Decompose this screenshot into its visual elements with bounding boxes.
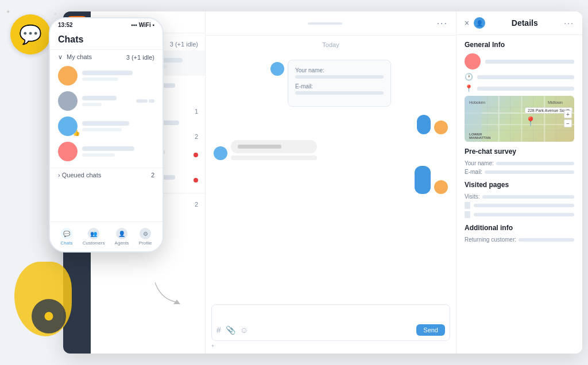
general-info-time-row: 🕐: [465, 73, 574, 81]
phone-preview-line-4: [82, 153, 115, 157]
phone-queued-header: › Queued chats 2: [58, 172, 154, 178]
vinyl-center: [45, 312, 53, 321]
prechat-form: Your name: E-mail:: [288, 60, 391, 107]
details-title: Details: [512, 18, 538, 28]
header-dots-menu[interactable]: ···: [437, 18, 448, 29]
page-line-1: [474, 204, 574, 207]
vinyl-record: [32, 299, 66, 333]
chat-main: ··· Today Your name:: [206, 11, 456, 354]
sparkle-1: ✦: [6, 9, 10, 15]
input-text-area[interactable]: [216, 309, 445, 321]
phone-name-line-4: [82, 146, 134, 151]
phone-nav-agents-label: Agents: [115, 240, 129, 246]
phone-preview-line-2: [82, 103, 102, 106]
zoom-out-button[interactable]: −: [564, 119, 572, 127]
hashtag-icon[interactable]: #: [216, 325, 221, 335]
chat-input-box[interactable]: # 📎 ☺ Send: [211, 304, 450, 341]
sparkle-2: ✦: [53, 11, 57, 17]
phone-my-chats-label: ∨ My chats: [58, 53, 92, 61]
prechat-avatar: [270, 62, 284, 76]
general-info-time: [477, 75, 574, 79]
phone-chat-item-4[interactable]: [58, 139, 154, 164]
input-toolbar: # 📎 ☺ Send: [216, 324, 445, 336]
general-info-location-row: 📍: [465, 84, 574, 92]
phone-nav-customers-icon: 👥: [88, 228, 99, 239]
visits-count-bar: [482, 195, 575, 199]
attachment-icon[interactable]: 📎: [226, 325, 235, 335]
message-bubble-outgoing-1: [417, 115, 431, 134]
phone-chat-info-4: [82, 146, 154, 157]
details-header-left: × 👤: [465, 17, 485, 29]
thumb-icon: 👍: [73, 130, 80, 136]
phone-preview-line-3: [82, 128, 122, 131]
phone-name-line-1: [82, 71, 133, 75]
phone-chat-item-1[interactable]: [58, 63, 154, 88]
msg-line-3: [238, 145, 281, 149]
message-outgoing-1: [214, 115, 448, 134]
prechat-name-row: Your name:: [295, 67, 384, 79]
phone-nav-agents[interactable]: 👤 Agents: [115, 228, 129, 246]
phone-my-chats-count: 3 (+1 idle): [126, 54, 154, 61]
unread-dot-4: [194, 153, 198, 157]
phone-chat-item-3[interactable]: 👍: [58, 114, 154, 139]
close-button[interactable]: ×: [465, 18, 469, 28]
prechat-form-container: Your name: E-mail:: [214, 60, 448, 107]
general-info-location: [477, 87, 574, 91]
details-panel: × 👤 Details ··· General Info 🕐: [456, 11, 582, 354]
phone-nav-profile-icon: ⚙: [140, 228, 151, 239]
outgoing-avatar-1: [434, 121, 448, 134]
general-info-name-row: [465, 53, 574, 69]
phone-bottom-nav: 💬 Chats 👥 Customers 👤 Agents ⚙ Profile: [50, 222, 163, 251]
send-button[interactable]: Send: [416, 324, 445, 336]
general-info-avatar: [465, 53, 481, 69]
sparkle-3: ·: [5, 54, 6, 57]
phone-nav-chats[interactable]: 💬 Chats: [61, 228, 73, 246]
prechat-email-row: E-mail:: [295, 83, 384, 95]
prechat-name-label: Your name:: [295, 67, 384, 73]
survey-email-label: E-mail:: [465, 169, 482, 175]
other-chats-count: 2: [195, 133, 198, 140]
phone-avatar-1: [58, 66, 78, 86]
zoom-in-button[interactable]: +: [564, 110, 572, 118]
phone-name-line-2: [82, 96, 117, 100]
phone-section-header: ∨ My chats 3 (+1 idle): [58, 53, 154, 61]
phone-chat-info-2: [82, 96, 131, 106]
phone-nav-customers[interactable]: 👥 Customers: [83, 228, 105, 246]
survey-name-label: Your name:: [465, 160, 494, 166]
page-item-2: [465, 211, 574, 218]
visits-label-row: Visits:: [465, 193, 574, 200]
phone-title: Chats: [58, 34, 83, 44]
queued-count: 2: [195, 201, 198, 208]
phone-nav-chats-label: Chats: [61, 240, 73, 246]
my-chats-count: 3 (+1 idle): [170, 41, 198, 48]
details-body: General Info 🕐 📍: [457, 35, 582, 354]
phone-preview-line-1: [82, 77, 118, 81]
date-divider: Today: [206, 36, 456, 54]
phone-nav-customers-label: Customers: [83, 240, 105, 246]
emoji-icon[interactable]: ☺: [240, 325, 248, 335]
map-zoom-controls: + −: [564, 110, 572, 127]
details-header: × 👤 Details ···: [457, 11, 582, 35]
returning-customer-row: Returning customer:: [465, 236, 574, 243]
phone-chat-item-2[interactable]: [58, 88, 154, 114]
phone-nav-profile[interactable]: ⚙ Profile: [139, 228, 152, 246]
user-icon: 👤: [474, 17, 485, 29]
typing-bubble: [231, 156, 317, 160]
outgoing-avatar-2: [434, 180, 448, 194]
survey-name-value: [496, 162, 574, 165]
unread-dot-5: [194, 178, 198, 182]
phone-my-chats-section: ∨ My chats 3 (+1 idle): [50, 50, 163, 168]
message-outgoing-2: [214, 166, 448, 194]
details-options-button[interactable]: ···: [564, 18, 574, 28]
chat-main-header: ···: [206, 11, 456, 36]
map-container: 📍 228 Park Avenue South LOWERMANHATTAN H…: [465, 96, 574, 142]
survey-name-row: Your name:: [465, 160, 574, 166]
general-info-title: General Info: [465, 41, 574, 49]
curved-arrow: [155, 282, 184, 308]
prechat-form-row: Your name: E-mail:: [270, 60, 391, 107]
additional-info-title: Additional info: [465, 224, 574, 232]
phone-time: 13:52: [58, 22, 73, 28]
pre-chat-survey-title: Pre-chat survey: [465, 147, 574, 156]
clock-icon: 🕐: [465, 73, 473, 81]
phone-status-bar: 13:52 ▪▪▪ WiFi ▪: [50, 18, 163, 31]
